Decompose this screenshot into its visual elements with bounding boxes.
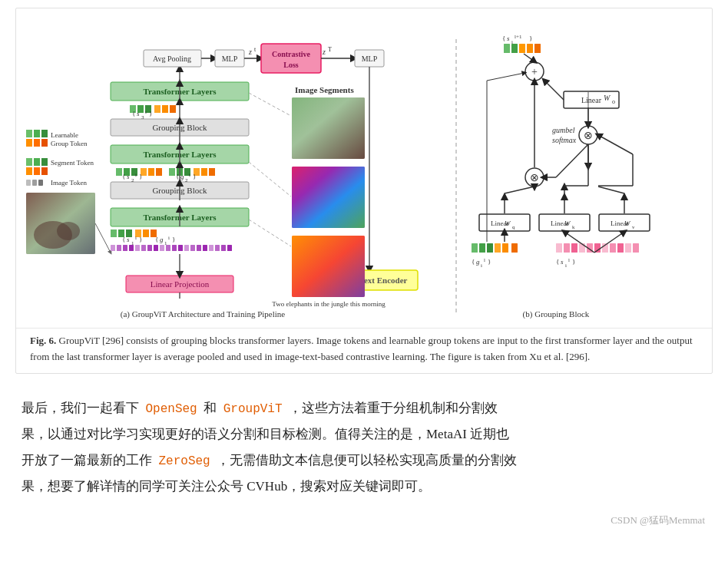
svg-text:{: { [132,110,135,117]
svg-rect-43 [227,245,232,251]
svg-text:z: z [248,48,252,56]
svg-rect-36 [184,245,189,251]
svg-rect-39 [203,245,207,251]
main-paragraph: 最后，我们一起看下 OpenSeg 和 GroupViT ，这些方法着重于分组机… [22,395,706,500]
svg-line-196 [598,187,624,193]
svg-rect-219 [594,243,601,253]
svg-text:⊗: ⊗ [530,172,539,183]
svg-text:}: } [149,110,152,117]
svg-text:1: 1 [131,240,134,246]
svg-rect-69 [156,168,162,176]
svg-rect-9 [34,158,40,166]
svg-rect-1 [34,130,40,137]
svg-line-143 [249,162,291,196]
svg-text:g: g [476,258,480,266]
svg-text:Contrastive: Contrastive [272,50,311,58]
svg-text:}: } [139,173,142,180]
svg-text:}: } [193,173,196,180]
svg-rect-24 [111,245,115,251]
svg-text:Image Segments: Image Segments [295,85,354,94]
svg-rect-29 [141,245,146,251]
svg-text:g: g [160,236,164,243]
svg-text:+: + [531,66,538,78]
figure-area: Learnable Group Token Segment Token Imag… [15,8,713,374]
svg-text:{: { [472,258,475,266]
svg-text:{: { [122,173,125,180]
svg-rect-203 [472,243,478,253]
svg-rect-25 [117,245,121,251]
svg-text:l: l [484,257,485,263]
svg-text:s: s [127,173,130,180]
svg-text:i: i [481,263,482,269]
svg-text:gumbel: gumbel [552,126,575,134]
svg-line-234 [487,73,524,81]
groupvit-code: GroupViT [223,402,283,416]
svg-text:t: t [254,46,256,53]
svg-rect-41 [215,245,220,251]
svg-rect-26 [123,245,127,251]
svg-rect-223 [625,243,631,253]
svg-rect-204 [479,243,485,253]
zeroseg-code: ZeroSeg [159,454,210,468]
svg-text:}: } [139,236,142,243]
svg-text:s: s [137,110,140,117]
svg-rect-80 [209,168,215,176]
svg-line-175 [556,144,588,177]
figure-label: Fig. 6. [30,335,56,346]
svg-text:{: { [155,236,158,243]
svg-text:i: i [135,172,137,178]
svg-text:Avg Pooling: Avg Pooling [153,54,191,63]
svg-rect-79 [201,168,207,176]
svg-text:softmax: softmax [552,136,577,144]
svg-rect-35 [178,245,183,251]
svg-text:MLP: MLP [222,54,238,63]
figure-diagram: Learnable Group Token Segment Token Imag… [16,16,712,323]
svg-rect-222 [617,243,624,253]
svg-rect-40 [209,245,213,251]
svg-text:Text Encoder: Text Encoder [359,276,408,285]
svg-rect-8 [26,158,32,166]
figure-caption-text: GroupViT [296] consists of grouping bloc… [30,335,693,362]
svg-text:i: i [189,172,190,178]
svg-text:{: { [176,173,179,180]
svg-line-142 [249,93,291,116]
svg-text:Linear: Linear [581,96,602,104]
svg-text:o: o [612,98,615,105]
svg-text:i: i [168,235,170,241]
svg-text:Loss: Loss [283,61,299,69]
svg-text:⊗: ⊗ [584,130,593,141]
svg-rect-37 [190,245,195,251]
svg-text:Segment Token: Segment Token [51,159,94,167]
svg-text:s: s [561,258,564,266]
svg-rect-11 [26,167,32,175]
svg-rect-215 [564,243,570,253]
svg-text:l+1: l+1 [515,34,522,40]
svg-text:s: s [507,35,510,42]
text-content: 最后，我们一起看下 OpenSeg 和 GroupViT ，这些方法着重于分组机… [0,381,728,507]
svg-text:q: q [512,224,515,230]
svg-text:}: } [529,35,532,42]
architecture-diagram: Learnable Group Token Segment Token Imag… [18,16,710,323]
svg-text:Learnable: Learnable [51,131,78,139]
svg-rect-38 [197,245,201,251]
svg-rect-10 [41,158,48,166]
svg-rect-95 [170,105,176,113]
svg-text:i: i [145,109,147,115]
svg-rect-139 [292,167,365,228]
svg-rect-28 [135,245,140,251]
svg-text:2: 2 [131,177,134,183]
svg-line-144 [249,220,291,246]
svg-rect-93 [154,105,160,113]
svg-text:i: i [135,235,137,241]
footer-text: CSDN @猛码Memmat [611,514,705,526]
svg-rect-224 [633,243,639,253]
svg-rect-75 [169,168,175,176]
svg-text:l: l [568,257,570,263]
svg-text:3: 3 [141,114,144,121]
svg-text:Two elephants in the jungle th: Two elephants in the jungle this morning [272,300,386,308]
svg-line-202 [598,135,633,154]
svg-rect-16 [32,180,37,186]
svg-rect-30 [147,245,152,251]
page-container: Learnable Group Token Segment Token Imag… [0,8,728,537]
svg-rect-214 [556,243,562,253]
